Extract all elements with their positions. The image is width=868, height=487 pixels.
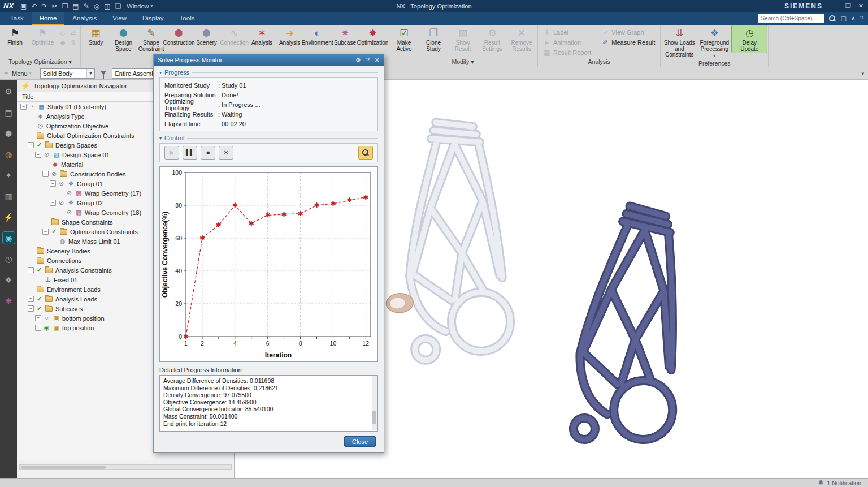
navigator-hscrollbar[interactable] bbox=[19, 464, 232, 470]
construction-button[interactable]: ⬢Construction bbox=[165, 25, 193, 47]
restore-button[interactable]: ❐ bbox=[845, 2, 851, 10]
progress-section-header[interactable]: ▾ Progress bbox=[159, 69, 378, 76]
gem2-icon[interactable]: ◆ bbox=[58, 38, 67, 47]
check-icon[interactable]: ✓ bbox=[50, 229, 58, 235]
check-icon[interactable]: ✓ bbox=[36, 305, 43, 312]
notification-bell-icon[interactable] bbox=[818, 480, 824, 486]
tab-task[interactable]: Task bbox=[2, 12, 32, 25]
measure-result-button[interactable]: ✐Measure Result bbox=[600, 37, 657, 48]
collapse-icon[interactable]: − bbox=[20, 104, 27, 110]
expand-icon[interactable]: + bbox=[28, 296, 34, 302]
check-icon[interactable]: ✓ bbox=[36, 142, 43, 148]
collapse-icon[interactable]: − bbox=[50, 180, 56, 187]
tab-analysis[interactable]: Analysis bbox=[64, 12, 105, 25]
tab-tools[interactable]: Tools bbox=[172, 12, 203, 25]
save-icon[interactable]: ▣ bbox=[20, 3, 27, 10]
environment-button[interactable]: ◐Environment bbox=[303, 25, 331, 47]
ribbon-group-label[interactable]: Modify ▾ bbox=[389, 58, 536, 67]
radio-off-icon[interactable]: ○ bbox=[43, 315, 50, 321]
clone-study-button[interactable]: ❐Clone Study bbox=[419, 25, 448, 53]
collapse-icon[interactable]: − bbox=[42, 171, 49, 177]
collapse-icon[interactable]: − bbox=[42, 229, 49, 235]
collapse-icon[interactable]: − bbox=[28, 267, 34, 273]
check-icon[interactable]: ✓ bbox=[36, 267, 43, 273]
magnifier-button[interactable] bbox=[358, 146, 373, 160]
copy-icon[interactable]: ❐ bbox=[62, 3, 68, 10]
display-icon[interactable]: ◉ bbox=[3, 232, 15, 244]
assembly-icon[interactable]: ▤ bbox=[3, 106, 15, 118]
gear-icon[interactable]: ⚙ bbox=[3, 85, 15, 97]
dialog-help-icon[interactable]: ? bbox=[366, 57, 370, 64]
eye-icon[interactable]: ⊘ bbox=[50, 171, 58, 177]
close-button[interactable]: Close bbox=[344, 436, 376, 447]
format-painter-icon[interactable]: ✎ bbox=[84, 3, 89, 10]
tab-view[interactable]: View bbox=[105, 12, 134, 25]
eye-icon[interactable]: ⊘ bbox=[66, 209, 73, 216]
scenery-button[interactable]: ⬢Scenery bbox=[193, 25, 220, 47]
cascade-window-icon[interactable]: ❏ bbox=[115, 3, 121, 10]
eye-icon[interactable]: ⊘ bbox=[58, 200, 65, 206]
notification-text[interactable]: 1 Notification bbox=[827, 480, 861, 486]
fit-view-icon[interactable]: ▢ bbox=[840, 15, 846, 21]
help-icon[interactable]: ? bbox=[860, 15, 863, 21]
cut-icon[interactable]: ✂ bbox=[52, 3, 58, 10]
control-section-header[interactable]: ▾ Control bbox=[159, 135, 378, 141]
swap-icon[interactable]: ⇅ bbox=[68, 38, 77, 47]
pin-icon[interactable]: ✦ bbox=[3, 169, 15, 181]
search-icon[interactable] bbox=[829, 15, 836, 22]
shape-constraint-button[interactable]: ✎Shape Constraint bbox=[137, 25, 165, 53]
dialog-settings-icon[interactable]: ⚙ bbox=[355, 57, 361, 64]
foreground-processing-button[interactable]: ❖Foreground Processing▾ bbox=[697, 25, 732, 60]
subcase-button[interactable]: ✷Subcase bbox=[331, 25, 359, 47]
design-space-button[interactable]: ⬢Design Space bbox=[110, 25, 137, 53]
show-loads-constraints-button[interactable]: ⇊Show Loads and Constraints bbox=[662, 25, 697, 59]
compare-icon[interactable]: ⇄ bbox=[68, 29, 77, 37]
expand-icon[interactable]: + bbox=[35, 325, 41, 331]
selection-filter-combo[interactable]: Solid Body ▼ bbox=[40, 68, 96, 79]
palette-icon[interactable]: ❋ bbox=[3, 295, 15, 307]
undo-icon[interactable]: ↶ bbox=[31, 3, 37, 10]
check-icon[interactable]: ✓ bbox=[36, 296, 43, 302]
split-window-icon[interactable]: ◫ bbox=[104, 3, 110, 10]
eye-icon[interactable]: ⊘ bbox=[43, 152, 50, 158]
minimize-button[interactable]: – bbox=[835, 3, 838, 10]
cylinder-icon[interactable]: ⬢ bbox=[3, 127, 15, 139]
collapse-icon[interactable]: − bbox=[35, 152, 41, 158]
tab-home[interactable]: Home bbox=[32, 12, 65, 25]
stop-button[interactable]: ■ bbox=[201, 146, 215, 160]
collapse-icon[interactable]: − bbox=[28, 142, 34, 148]
make-active-button[interactable]: ☑Make Active bbox=[389, 25, 419, 53]
bell-icon[interactable]: ◍ bbox=[3, 148, 15, 160]
analysis-constraint-button[interactable]: ✶Analysis bbox=[248, 25, 276, 47]
ribbon-group-label[interactable]: Topology Optimization ▾ bbox=[1, 58, 79, 67]
gem-icon[interactable]: ◇ bbox=[58, 29, 67, 37]
collapse-ribbon-icon[interactable]: ∧ bbox=[851, 15, 856, 21]
collapse-panel-icon[interactable]: ▾ bbox=[861, 71, 864, 76]
study-button[interactable]: ▦Study bbox=[82, 25, 110, 47]
eye-icon[interactable]: ⊘ bbox=[58, 180, 65, 187]
search-input[interactable] bbox=[758, 14, 824, 23]
scrollbar-thumb[interactable] bbox=[372, 411, 376, 424]
radio-on-icon[interactable]: ◉ bbox=[43, 325, 50, 331]
optimization-button[interactable]: ✸Optimization bbox=[359, 25, 387, 47]
scrollbar-thumb[interactable] bbox=[21, 466, 106, 469]
history-icon[interactable]: ◷ bbox=[3, 253, 15, 265]
collapse-icon[interactable]: − bbox=[50, 200, 56, 206]
filter-icon[interactable] bbox=[101, 71, 106, 75]
pause-button[interactable]: ▌▌ bbox=[183, 146, 197, 160]
collapse-icon[interactable]: − bbox=[28, 305, 34, 312]
dot-icon[interactable]: ◔ bbox=[28, 104, 36, 110]
window-menu-button[interactable]: Window ▾ bbox=[127, 3, 153, 10]
eye-icon[interactable]: ⊘ bbox=[66, 190, 73, 196]
close-button[interactable]: ✕ bbox=[858, 2, 863, 10]
redo-icon[interactable]: ↷ bbox=[41, 3, 47, 10]
wand-icon[interactable]: ⚡ bbox=[3, 211, 15, 223]
delay-update-button[interactable]: ◷Delay Update bbox=[732, 25, 767, 53]
finish-button[interactable]: ⚑Finish bbox=[1, 25, 29, 47]
dialog-title-bar[interactable]: Solve Progress Monitor ⚙?✕ bbox=[154, 54, 384, 66]
expand-icon[interactable]: + bbox=[35, 315, 41, 321]
dialog-close-icon[interactable]: ✕ bbox=[375, 57, 380, 64]
puzzle-icon[interactable]: ❖ bbox=[3, 274, 15, 286]
microphone-icon[interactable]: ◎ bbox=[94, 3, 99, 10]
tab-display[interactable]: Display bbox=[134, 12, 172, 25]
